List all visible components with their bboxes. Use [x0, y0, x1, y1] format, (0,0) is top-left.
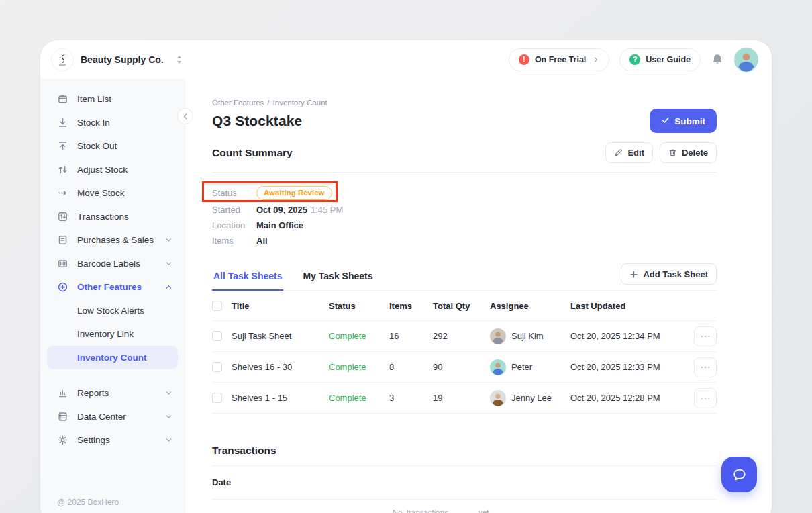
sidebar-item-purchases-sales[interactable]: Purchases & Sales	[40, 228, 185, 252]
summary-divider	[212, 172, 717, 173]
sidebar-item-reports[interactable]: Reports	[40, 381, 185, 405]
chevron-down-icon	[165, 260, 172, 267]
user-guide-label: User Guide	[646, 55, 691, 64]
workspace-name: Beauty Supply Co.	[81, 54, 164, 65]
trial-alert-icon: !	[519, 54, 529, 65]
row-checkbox[interactable]	[212, 393, 222, 403]
status-complete: Complete	[329, 331, 389, 341]
row-actions-button[interactable]	[694, 326, 717, 346]
workspace-select-icon	[176, 55, 183, 64]
summary-fields: Status Awaiting Review Started Oct 09, 2…	[212, 184, 717, 248]
chat-support-button[interactable]	[721, 457, 757, 492]
svg-text:beauty: beauty	[59, 62, 66, 66]
sidebar-item-data-center[interactable]: Data Center	[40, 405, 185, 428]
breadcrumb-parent[interactable]: Other Features	[212, 99, 264, 107]
notifications-bell-icon[interactable]	[711, 53, 724, 66]
items-field: Items All	[212, 233, 717, 248]
table-header: Title Status Items Total Qty Assignee La…	[212, 291, 717, 321]
workspace-switcher[interactable]: beauty Beauty Supply Co.	[51, 48, 183, 71]
assignee-avatar	[490, 328, 506, 344]
app-window: beauty Beauty Supply Co. ! On Free Trial…	[40, 40, 772, 513]
sidebar: Item List Stock In Stock Out Adjust Stoc…	[40, 79, 185, 513]
add-task-sheet-button[interactable]: Add Task Sheet	[621, 263, 717, 285]
table-row[interactable]: Shelves 1 - 15 Complete 3 19 Jenny Lee O…	[212, 383, 717, 414]
row-checkbox[interactable]	[212, 331, 222, 341]
count-summary-heading: Count Summary	[212, 147, 293, 159]
sidebar-item-settings[interactable]: Settings	[40, 428, 185, 452]
transactions-date-header: Date	[212, 466, 717, 500]
workspace-logo: beauty	[51, 48, 74, 71]
sidebar-item-adjust-stock[interactable]: Adjust Stock	[40, 158, 185, 181]
arrows-up-down-icon	[57, 164, 68, 175]
sidebar-item-stock-in[interactable]: Stock In	[40, 111, 185, 134]
arrow-right-dotted-icon	[57, 187, 68, 199]
delete-button[interactable]: Delete	[660, 142, 717, 163]
user-guide-button[interactable]: ? User Guide	[619, 48, 701, 71]
chevron-down-icon	[165, 389, 172, 397]
sidebar-item-low-stock-alerts[interactable]: Low Stock Alerts	[40, 299, 185, 322]
chevron-down-icon	[165, 413, 172, 420]
plus-icon	[629, 270, 638, 279]
document-icon	[57, 234, 68, 246]
sidebar-item-barcode-labels[interactable]: Barcode Labels	[40, 252, 185, 275]
row-actions-button[interactable]	[694, 388, 717, 408]
clipped-bottom-text: No transactions yet	[393, 508, 567, 513]
sidebar-item-inventory-count[interactable]: Inventory Count	[47, 346, 178, 369]
chevron-down-icon	[165, 236, 172, 244]
edit-button[interactable]: Edit	[605, 142, 653, 163]
row-checkbox[interactable]	[212, 362, 222, 372]
breadcrumb: Other Features/Inventory Count	[212, 99, 717, 107]
location-field: Location Main Office	[212, 218, 717, 233]
box-icon	[57, 93, 68, 105]
plus-circle-icon	[57, 281, 68, 293]
sidebar-item-stock-out[interactable]: Stock Out	[40, 134, 185, 158]
help-icon: ?	[629, 54, 640, 65]
row-actions-button[interactable]	[694, 357, 717, 377]
transactions-section: Transactions Date	[212, 445, 717, 500]
status-badge: Awaiting Review	[256, 186, 332, 200]
tab-my-task-sheets[interactable]: My Task Sheets	[301, 268, 374, 290]
gear-icon	[57, 434, 68, 446]
user-avatar[interactable]	[734, 48, 758, 72]
task-sheet-table: Title Status Items Total Qty Assignee La…	[212, 291, 717, 414]
task-sheet-tabs: All Task Sheets My Task Sheets Add Task …	[212, 263, 717, 291]
tab-all-task-sheets[interactable]: All Task Sheets	[212, 268, 283, 291]
chevron-up-icon	[165, 283, 172, 291]
status-complete: Complete	[329, 362, 389, 372]
sidebar-item-transactions[interactable]: Transactions	[40, 205, 185, 228]
pencil-icon	[614, 148, 623, 157]
bar-chart-icon	[57, 387, 68, 399]
assignee-avatar	[490, 359, 506, 375]
sidebar-item-move-stock[interactable]: Move Stock	[40, 181, 185, 205]
status-complete: Complete	[329, 393, 389, 403]
transactions-heading: Transactions	[212, 445, 717, 457]
chevron-down-icon	[165, 436, 172, 444]
table-row[interactable]: Suji Task Sheet Complete 16 292 Suji Kim…	[212, 321, 717, 352]
copyright-text: @ 2025 BoxHero	[57, 498, 119, 507]
sidebar-item-other-features[interactable]: Other Features	[40, 275, 185, 299]
transactions-icon	[57, 211, 68, 222]
main-content: Other Features/Inventory Count Q3 Stockt…	[185, 79, 772, 513]
arrow-down-tray-icon	[57, 117, 68, 128]
sidebar-item-inventory-link[interactable]: Inventory Link	[40, 322, 185, 346]
breadcrumb-current: Inventory Count	[273, 99, 327, 107]
top-bar-actions: ! On Free Trial ? User Guide	[509, 48, 758, 72]
assignee-avatar	[490, 390, 506, 406]
top-bar: beauty Beauty Supply Co. ! On Free Trial…	[40, 40, 772, 79]
sidebar-item-item-list[interactable]: Item List	[40, 87, 185, 111]
free-trial-button[interactable]: ! On Free Trial	[509, 48, 609, 71]
database-icon	[57, 411, 68, 422]
chevron-right-icon	[593, 56, 599, 63]
trash-icon	[668, 148, 677, 157]
trial-label: On Free Trial	[535, 55, 586, 64]
check-icon	[661, 115, 670, 126]
started-field: Started Oct 09, 2025 1:45 PM	[212, 202, 717, 218]
page-title: Q3 Stocktake	[212, 113, 302, 129]
select-all-checkbox[interactable]	[212, 301, 222, 311]
submit-button[interactable]: Submit	[650, 109, 717, 133]
status-field: Status Awaiting Review	[212, 184, 717, 202]
sidebar-collapse-button[interactable]	[177, 108, 193, 124]
barcode-icon	[57, 258, 68, 269]
table-row[interactable]: Shelves 16 - 30 Complete 8 90 Peter Oct …	[212, 352, 717, 383]
arrow-up-tray-icon	[57, 140, 68, 152]
